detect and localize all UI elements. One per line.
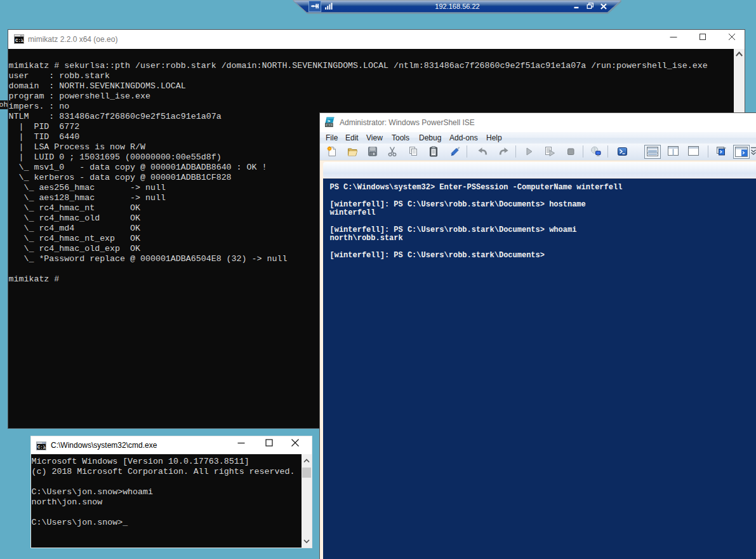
- svg-text:C:\: C:\: [37, 445, 46, 450]
- svg-text:>_: >_: [328, 118, 334, 124]
- svg-text:C:\: C:\: [15, 38, 24, 43]
